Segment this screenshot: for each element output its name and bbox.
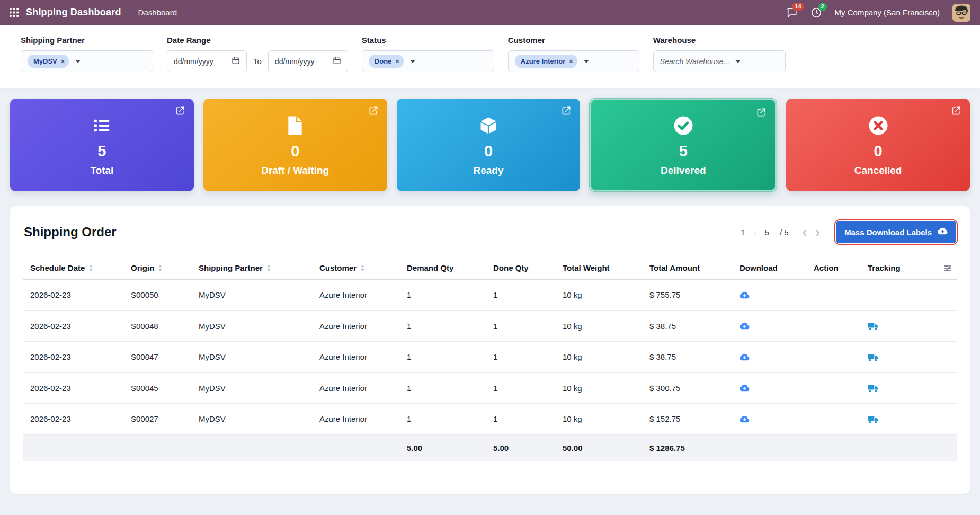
date-from-input[interactable]: dd/mm/yyyy (167, 50, 247, 72)
pagination-end: 5 (765, 228, 769, 237)
calendar-icon[interactable] (333, 56, 341, 67)
customer-select[interactable]: Azure Interior × (508, 50, 639, 72)
activities-button[interactable]: 2 (810, 7, 822, 19)
cell-schedule-date: 2026-02-23 (23, 372, 126, 404)
download-label-icon[interactable] (740, 352, 750, 362)
kpi-value: 5 (679, 143, 688, 160)
table-row[interactable]: 2026-02-23S00045MyDSVAzure Interior1110 … (23, 372, 957, 404)
pagination-prev-button[interactable]: ‹ (803, 225, 807, 239)
column-header-customer[interactable]: Customer (314, 256, 402, 280)
tracking-truck-icon[interactable] (868, 321, 879, 331)
tag-label: Done (375, 57, 392, 65)
external-link-icon[interactable] (951, 105, 961, 118)
filter-customer: Customer Azure Interior × (508, 35, 639, 72)
filter-warehouse: Warehouse (653, 35, 786, 72)
remove-tag-icon[interactable]: × (569, 58, 573, 65)
customer-tag: Azure Interior × (515, 55, 577, 68)
cell-total-amount: $ 300.75 (644, 372, 734, 404)
cell-download (734, 404, 808, 435)
kpi-card-draft-waiting[interactable]: 0 Draft / Waiting (203, 99, 387, 191)
tracking-truck-icon[interactable] (868, 352, 879, 362)
pagination-next-button[interactable]: › (815, 225, 820, 239)
shipping-partner-select[interactable]: MyDSV × (21, 50, 153, 72)
x-circle-icon (867, 113, 889, 138)
cell-done-qty: 1 (488, 280, 557, 311)
download-label-icon[interactable] (740, 290, 750, 300)
pagination: 1 - 5 / 5 ‹ › (741, 225, 820, 239)
date-to-input[interactable]: dd/mm/yyyy (268, 50, 348, 72)
kpi-card-delivered[interactable]: 5 Delivered (590, 99, 777, 191)
kpi-value: 5 (97, 143, 106, 160)
column-header-done-qty[interactable]: Done Qty (488, 256, 557, 280)
kpi-card-total[interactable]: 5 Total (10, 99, 194, 191)
chevron-down-icon[interactable] (410, 60, 415, 63)
messages-button[interactable]: 14 (786, 7, 798, 19)
chevron-down-icon[interactable] (735, 60, 741, 63)
tracking-truck-icon[interactable] (868, 383, 879, 393)
user-avatar[interactable] (952, 4, 970, 22)
kpi-label: Draft / Waiting (261, 165, 329, 176)
cell-action (808, 310, 862, 342)
cell-download (734, 280, 808, 311)
customer-label: Customer (508, 35, 639, 45)
chevron-down-icon[interactable] (75, 60, 81, 63)
external-link-icon[interactable] (756, 107, 767, 120)
cell-total-amount: $ 152.75 (644, 404, 734, 435)
download-label-icon[interactable] (740, 321, 750, 331)
status-select[interactable]: Done × (362, 50, 494, 72)
column-header-shipping-partner[interactable]: Shipping Partner (193, 256, 314, 280)
column-header-tracking[interactable]: Tracking (862, 256, 933, 280)
table-row[interactable]: 2026-02-23S00027MyDSVAzure Interior1110 … (23, 404, 957, 435)
cell-schedule-date: 2026-02-23 (23, 310, 126, 342)
column-header-origin[interactable]: Origin (126, 256, 193, 280)
calendar-icon[interactable] (231, 56, 240, 67)
warehouse-search[interactable] (653, 50, 786, 72)
cell-total-amount: $ 38.75 (644, 342, 734, 373)
cell-demand-qty: 1 (402, 342, 488, 373)
cell-tracking (862, 280, 933, 311)
tracking-truck-icon[interactable] (868, 414, 879, 424)
apps-grid-icon[interactable] (10, 8, 19, 17)
column-header-total-weight[interactable]: Total Weight (557, 256, 644, 280)
date-range-label: Date Range (167, 35, 348, 45)
company-switcher[interactable]: My Company (San Francisco) (835, 8, 940, 17)
remove-tag-icon[interactable]: × (395, 58, 399, 65)
cell-total-weight: 10 kg (557, 342, 644, 373)
menu-dashboard[interactable]: Dashboard (138, 8, 177, 17)
external-link-icon[interactable] (368, 105, 379, 118)
activities-badge: 2 (818, 3, 827, 11)
cell-schedule-date: 2026-02-23 (23, 342, 126, 373)
kpi-card-ready[interactable]: 0 Ready (397, 99, 581, 191)
table-row[interactable]: 2026-02-23S00050MyDSVAzure Interior1110 … (23, 280, 957, 311)
external-link-icon[interactable] (561, 105, 572, 118)
kpi-label: Cancelled (854, 165, 902, 176)
kpi-value: 0 (484, 143, 493, 160)
download-label-icon[interactable] (740, 383, 750, 393)
remove-tag-icon[interactable]: × (61, 58, 65, 65)
kpi-card-cancelled[interactable]: 0 Cancelled (786, 99, 970, 191)
column-header-download[interactable]: Download (734, 256, 808, 280)
warehouse-label: Warehouse (653, 35, 786, 45)
table-row[interactable]: 2026-02-23S00047MyDSVAzure Interior1110 … (23, 342, 957, 373)
column-header-demand-qty[interactable]: Demand Qty (402, 256, 488, 280)
cell-total-weight: 10 kg (557, 280, 644, 311)
mass-download-labels-button[interactable]: Mass Download Labels (836, 221, 956, 243)
cell-demand-qty: 1 (402, 372, 488, 404)
total-demand-qty: 5.00 (402, 434, 488, 461)
tag-label: Azure Interior (521, 57, 566, 65)
adjust-columns-icon[interactable] (943, 264, 952, 272)
app-title[interactable]: Shipping Dashboard (26, 7, 121, 18)
download-label-icon[interactable] (740, 414, 750, 424)
cell-demand-qty: 1 (402, 310, 488, 342)
column-header-action[interactable]: Action (808, 256, 862, 280)
totals-row: 5.005.0050.00$ 1286.75 (23, 434, 957, 461)
cell-origin: S00027 (126, 404, 193, 435)
column-header-schedule-date[interactable]: Schedule Date (23, 256, 126, 280)
chevron-down-icon[interactable] (584, 60, 589, 63)
warehouse-search-input[interactable] (660, 57, 729, 66)
kpi-label: Total (90, 165, 113, 176)
table-row[interactable]: 2026-02-23S00048MyDSVAzure Interior1110 … (23, 310, 957, 342)
column-header-total-amount[interactable]: Total Amount (644, 256, 734, 280)
shipping-partner-label: Shipping Partner (21, 35, 153, 45)
external-link-icon[interactable] (175, 105, 185, 118)
